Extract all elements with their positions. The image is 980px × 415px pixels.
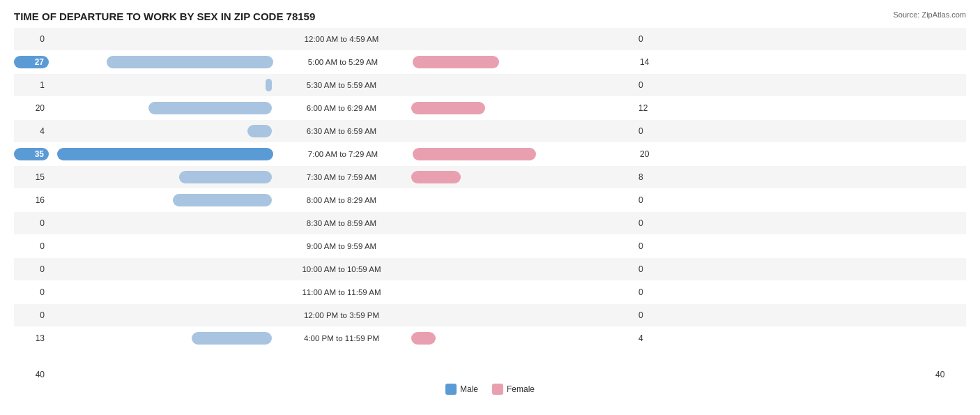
male-value: 4 bbox=[14, 126, 49, 136]
male-legend-label: Male bbox=[460, 384, 478, 394]
chart-row: 46:30 AM to 6:59 AM0 bbox=[14, 120, 966, 142]
chart-row: 168:00 AM to 8:29 AM0 bbox=[14, 189, 966, 211]
male-bar-container bbox=[49, 33, 272, 45]
male-value: 16 bbox=[14, 195, 49, 205]
chart-row: 275:00 AM to 5:29 AM14 bbox=[14, 51, 966, 73]
female-bar-container bbox=[411, 263, 634, 276]
chart-row: 157:30 AM to 7:59 AM8 bbox=[14, 166, 966, 188]
female-bar bbox=[411, 171, 461, 183]
axis-right: 40 bbox=[931, 370, 966, 379]
chart-row: 012:00 AM to 4:59 AM0 bbox=[14, 28, 966, 50]
female-bar bbox=[411, 332, 436, 345]
male-bar-container bbox=[50, 148, 273, 160]
male-value: 1 bbox=[14, 80, 49, 90]
time-label: 4:00 PM to 11:59 PM bbox=[272, 334, 411, 342]
female-value: 0 bbox=[634, 126, 669, 136]
female-value: 0 bbox=[634, 80, 669, 90]
male-bar-container bbox=[49, 240, 272, 252]
male-value: 0 bbox=[14, 287, 49, 297]
chart-title: TIME OF DEPARTURE TO WORK BY SEX IN ZIP … bbox=[14, 10, 966, 22]
male-bar bbox=[247, 125, 272, 137]
chart-row: 011:00 AM to 11:59 AM0 bbox=[14, 281, 966, 303]
male-bar-container bbox=[49, 217, 272, 229]
chart-row: 010:00 AM to 10:59 AM0 bbox=[14, 258, 966, 280]
time-label: 6:00 AM to 6:29 AM bbox=[272, 104, 411, 112]
female-value: 0 bbox=[634, 195, 669, 205]
female-value: 20 bbox=[636, 149, 671, 159]
male-bar bbox=[266, 79, 272, 91]
time-label: 12:00 AM to 4:59 AM bbox=[272, 35, 411, 43]
legend: Male Female bbox=[14, 384, 966, 395]
chart-row: 15:30 AM to 5:59 AM0 bbox=[14, 74, 966, 96]
male-value: 27 bbox=[14, 56, 49, 68]
time-label: 7:30 AM to 7:59 AM bbox=[272, 173, 411, 181]
male-bar-container bbox=[49, 332, 272, 345]
female-bar-container bbox=[411, 33, 634, 45]
female-bar-container bbox=[411, 217, 634, 229]
male-bar-container bbox=[49, 125, 272, 137]
female-value: 0 bbox=[634, 218, 669, 228]
male-value: 0 bbox=[14, 241, 49, 251]
chart-row: 08:30 AM to 8:59 AM0 bbox=[14, 212, 966, 234]
female-bar-container bbox=[411, 171, 634, 183]
chart-row: 012:00 PM to 3:59 PM0 bbox=[14, 304, 966, 326]
chart-row: 357:00 AM to 7:29 AM20 bbox=[14, 143, 966, 165]
female-value: 4 bbox=[634, 333, 669, 343]
female-bar-container bbox=[411, 194, 634, 206]
time-label: 6:30 AM to 6:59 AM bbox=[272, 127, 411, 135]
male-bar-container bbox=[49, 194, 272, 206]
time-label: 10:00 AM to 10:59 AM bbox=[272, 265, 411, 273]
female-bar-container bbox=[411, 332, 634, 345]
female-bar bbox=[413, 148, 536, 160]
female-bar-container bbox=[411, 240, 634, 252]
female-value: 0 bbox=[634, 310, 669, 320]
male-value: 35 bbox=[14, 148, 49, 160]
male-bar-container bbox=[50, 56, 273, 68]
male-value: 0 bbox=[14, 34, 49, 44]
male-bar bbox=[107, 56, 273, 68]
female-bar bbox=[413, 56, 499, 68]
legend-male: Male bbox=[445, 384, 478, 395]
male-bar-container bbox=[49, 309, 272, 322]
axis-left: 40 bbox=[14, 370, 49, 379]
male-value: 20 bbox=[14, 103, 49, 113]
axis-row: 40 40 bbox=[14, 370, 966, 379]
female-bar-container bbox=[413, 148, 636, 160]
time-label: 5:00 AM to 5:29 AM bbox=[273, 58, 413, 66]
time-label: 7:00 AM to 7:29 AM bbox=[273, 150, 413, 158]
legend-female: Female bbox=[492, 384, 535, 395]
female-value: 12 bbox=[634, 103, 669, 113]
female-bar-container bbox=[413, 56, 636, 68]
time-label: 11:00 AM to 11:59 AM bbox=[272, 288, 411, 296]
male-bar-container bbox=[49, 263, 272, 276]
male-legend-box bbox=[445, 384, 457, 395]
female-bar-container bbox=[411, 309, 634, 322]
female-bar-container bbox=[411, 286, 634, 299]
male-bar-container bbox=[49, 286, 272, 299]
male-value: 0 bbox=[14, 310, 49, 320]
male-value: 0 bbox=[14, 264, 49, 274]
female-value: 0 bbox=[634, 264, 669, 274]
female-legend-box bbox=[492, 384, 503, 395]
time-label: 8:00 AM to 8:29 AM bbox=[272, 196, 411, 204]
female-bar-container bbox=[411, 79, 634, 91]
male-bar bbox=[192, 332, 272, 345]
female-value: 14 bbox=[636, 57, 671, 67]
female-legend-label: Female bbox=[507, 384, 535, 394]
chart-row: 09:00 AM to 9:59 AM0 bbox=[14, 235, 966, 257]
time-label: 8:30 AM to 8:59 AM bbox=[272, 219, 411, 227]
chart-row: 206:00 AM to 6:29 AM12 bbox=[14, 97, 966, 119]
chart-row: 134:00 PM to 11:59 PM4 bbox=[14, 327, 966, 349]
male-value: 13 bbox=[14, 333, 49, 343]
female-value: 8 bbox=[634, 172, 669, 182]
time-label: 12:00 PM to 3:59 PM bbox=[272, 311, 411, 319]
male-bar-container bbox=[49, 171, 272, 183]
male-bar bbox=[148, 102, 272, 114]
female-bar bbox=[411, 102, 485, 114]
male-bar bbox=[179, 171, 272, 183]
male-bar bbox=[57, 148, 273, 160]
female-value: 0 bbox=[634, 34, 669, 44]
source-text: Source: ZipAtlas.com bbox=[893, 10, 966, 19]
male-bar bbox=[173, 194, 272, 206]
time-label: 9:00 AM to 9:59 AM bbox=[272, 242, 411, 250]
